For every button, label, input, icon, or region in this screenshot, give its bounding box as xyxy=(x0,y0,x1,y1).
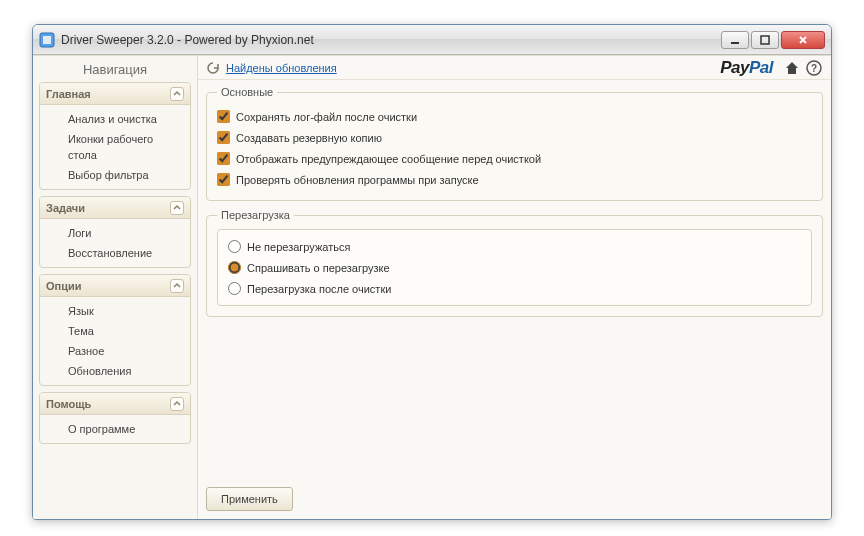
nav-header-label: Задачи xyxy=(46,202,85,214)
nav-header-label: Главная xyxy=(46,88,91,100)
refresh-icon xyxy=(206,61,220,75)
radio-label: Не перезагружаться xyxy=(247,241,350,253)
nav-item[interactable]: Восстановление xyxy=(40,243,190,263)
sidebar: Навигация Главная Анализ и очистка Иконк… xyxy=(33,56,198,519)
radio-ask-reboot[interactable] xyxy=(228,261,241,274)
apply-button[interactable]: Применить xyxy=(206,487,293,511)
nav-item[interactable]: Тема xyxy=(40,321,190,341)
checkbox-row[interactable]: Отображать предупреждающее сообщение пер… xyxy=(217,148,812,169)
checkbox-row[interactable]: Проверять обновления программы при запус… xyxy=(217,169,812,190)
nav-item[interactable]: Анализ и очистка xyxy=(40,109,190,129)
sidebar-title: Навигация xyxy=(39,56,191,82)
nav-item[interactable]: Язык xyxy=(40,301,190,321)
nav-item[interactable]: Выбор фильтра xyxy=(40,165,190,185)
checkbox-backup[interactable] xyxy=(217,131,230,144)
checkbox-label: Отображать предупреждающее сообщение пер… xyxy=(236,153,541,165)
client-area: Навигация Главная Анализ и очистка Иконк… xyxy=(33,55,831,519)
checkbox-check-updates[interactable] xyxy=(217,173,230,186)
svg-text:?: ? xyxy=(811,63,817,74)
nav-item[interactable]: О программе xyxy=(40,419,190,439)
checkbox-label: Сохранять лог-файл после очистки xyxy=(236,111,417,123)
nav-header-label: Помощь xyxy=(46,398,91,410)
nav-header-help[interactable]: Помощь xyxy=(40,393,190,415)
svg-rect-1 xyxy=(43,36,51,44)
app-window: Driver Sweeper 3.2.0 - Powered by Phyxio… xyxy=(32,24,832,520)
nav-item[interactable]: Иконки рабочего стола xyxy=(40,129,190,165)
group-title: Основные xyxy=(217,86,277,98)
checkbox-row[interactable]: Сохранять лог-файл после очистки xyxy=(217,106,812,127)
nav-group-options: Опции Язык Тема Разное Обновления xyxy=(39,274,191,386)
chevron-up-icon xyxy=(170,397,184,411)
help-icon[interactable]: ? xyxy=(805,59,823,77)
radio-row[interactable]: Перезагрузка после очистки xyxy=(228,278,801,299)
chevron-up-icon xyxy=(170,201,184,215)
nav-item[interactable]: Логи xyxy=(40,223,190,243)
checkbox-label: Проверять обновления программы при запус… xyxy=(236,174,479,186)
checkbox-save-log[interactable] xyxy=(217,110,230,123)
nav-item[interactable]: Обновления xyxy=(40,361,190,381)
app-icon xyxy=(39,32,55,48)
updates-link[interactable]: Найдены обновления xyxy=(226,62,337,74)
radio-label: Перезагрузка после очистки xyxy=(247,283,391,295)
nav-header-main[interactable]: Главная xyxy=(40,83,190,105)
chevron-up-icon xyxy=(170,279,184,293)
main-panel: Найдены обновления PayPal ? Основные Сох… xyxy=(198,56,831,519)
nav-group-main: Главная Анализ и очистка Иконки рабочего… xyxy=(39,82,191,190)
topbar: Найдены обновления PayPal ? xyxy=(198,56,831,80)
nav-group-tasks: Задачи Логи Восстановление xyxy=(39,196,191,268)
checkbox-label: Создавать резервную копию xyxy=(236,132,382,144)
minimize-button[interactable] xyxy=(721,31,749,49)
home-icon[interactable] xyxy=(783,59,801,77)
maximize-button[interactable] xyxy=(751,31,779,49)
radio-label: Спрашивать о перезагрузке xyxy=(247,262,390,274)
titlebar[interactable]: Driver Sweeper 3.2.0 - Powered by Phyxio… xyxy=(33,25,831,55)
nav-header-tasks[interactable]: Задачи xyxy=(40,197,190,219)
nav-header-options[interactable]: Опции xyxy=(40,275,190,297)
nav-group-help: Помощь О программе xyxy=(39,392,191,444)
content-area: Основные Сохранять лог-файл после очистк… xyxy=(198,80,831,479)
footer: Применить xyxy=(198,479,831,519)
nav-header-label: Опции xyxy=(46,280,82,292)
svg-rect-2 xyxy=(731,42,739,44)
radio-no-reboot[interactable] xyxy=(228,240,241,253)
radio-row[interactable]: Спрашивать о перезагрузке xyxy=(228,257,801,278)
radio-reboot-after[interactable] xyxy=(228,282,241,295)
window-title: Driver Sweeper 3.2.0 - Powered by Phyxio… xyxy=(61,33,721,47)
checkbox-warn[interactable] xyxy=(217,152,230,165)
window-controls xyxy=(721,31,825,49)
radio-group: Не перезагружаться Спрашивать о перезагр… xyxy=(217,229,812,306)
chevron-up-icon xyxy=(170,87,184,101)
radio-row[interactable]: Не перезагружаться xyxy=(228,236,801,257)
group-title: Перезагрузка xyxy=(217,209,294,221)
settings-group-main: Основные Сохранять лог-файл после очистк… xyxy=(206,86,823,201)
settings-group-reboot: Перезагрузка Не перезагружаться Спрашива… xyxy=(206,209,823,317)
checkbox-row[interactable]: Создавать резервную копию xyxy=(217,127,812,148)
close-button[interactable] xyxy=(781,31,825,49)
svg-rect-3 xyxy=(761,36,769,44)
paypal-logo[interactable]: PayPal xyxy=(720,58,773,78)
nav-item[interactable]: Разное xyxy=(40,341,190,361)
